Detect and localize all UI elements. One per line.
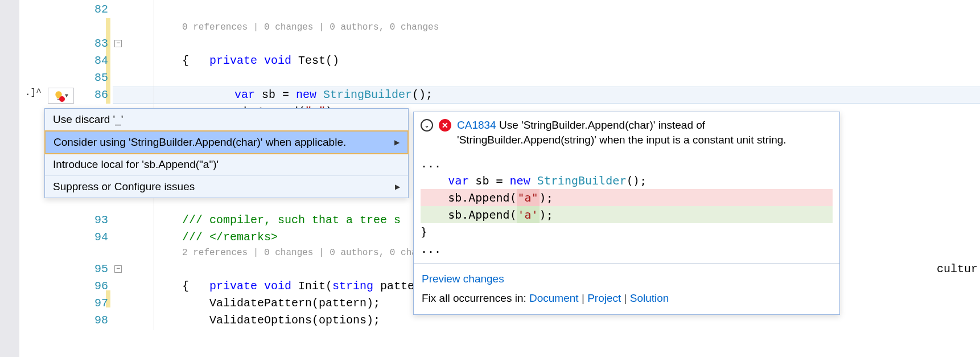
quick-actions-menu: Use discard '_' Consider using 'StringBu… (44, 108, 409, 198)
expand-toggle[interactable]: ⌄ (421, 119, 433, 132)
doc-map-margin (0, 0, 19, 357)
rule-description: CA1834 Use 'StringBuilder.Append(char)' … (457, 118, 833, 147)
qa-item-append-char[interactable]: Consider using 'StringBuilder.Append(cha… (44, 130, 409, 154)
error-icon: ✕ (439, 119, 451, 132)
margin-glyph: .]^ (25, 88, 42, 98)
fold-toggle[interactable]: − (114, 40, 122, 47)
fix-all-label: Fix all occurrences in: (422, 292, 529, 304)
qa-item-use-discard[interactable]: Use discard '_' (45, 109, 408, 131)
error-badge-icon (59, 96, 65, 102)
fix-preview-flyout: ⌄ ✕ CA1834 Use 'StringBuilder.Append(cha… (413, 112, 840, 315)
codelens-info[interactable]: 2 references | 0 changes | 0 authors, 0 … (131, 246, 439, 260)
fix-all-solution[interactable]: Solution (630, 292, 669, 304)
lightbulb-icon (53, 91, 64, 101)
fold-toggle[interactable]: − (114, 265, 122, 273)
qa-item-suppress[interactable]: Suppress or Configure issues ▶ (45, 176, 408, 198)
diff-preview: ... var sb = new StringBuilder(); sb.App… (414, 153, 839, 264)
chevron-down-icon: ▼ (65, 93, 68, 99)
qa-item-introduce-local[interactable]: Introduce local for 'sb.Append("a")' (45, 154, 408, 176)
chevron-right-icon: ▶ (395, 183, 400, 191)
quick-actions-bulb[interactable]: ▼ (48, 88, 74, 104)
fix-all-project[interactable]: Project (587, 292, 621, 304)
fix-all-document[interactable]: Document (529, 292, 579, 304)
codelens-info[interactable]: 0 references | 0 changes | 0 authors, 0 … (131, 20, 439, 34)
chevron-right-icon: ▶ (394, 138, 400, 146)
preview-changes-link[interactable]: Preview changes (422, 273, 504, 285)
